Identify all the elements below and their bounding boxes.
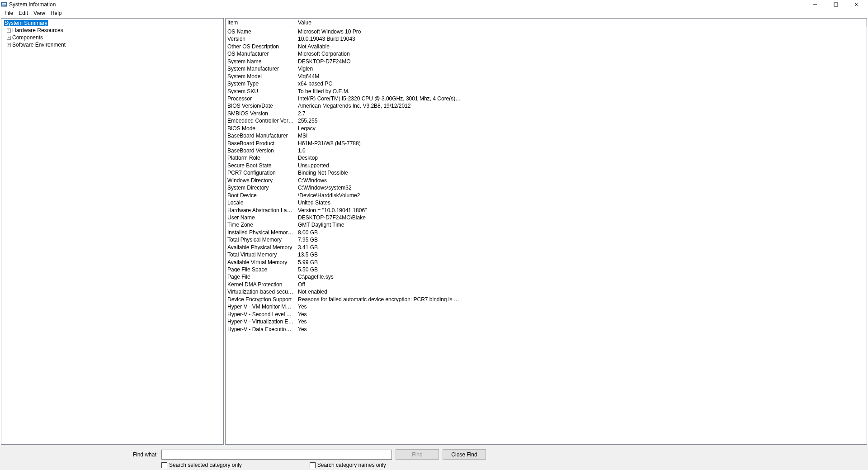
category-tree[interactable]: System Summary +Hardware Resources+Compo… — [1, 19, 223, 49]
tree-item[interactable]: +Components — [1, 34, 223, 41]
tree-root-label: System Summary — [4, 20, 48, 26]
cell-item: System Model — [226, 72, 296, 79]
cell-item: System Type — [226, 79, 296, 86]
cell-value: Unsupported — [296, 161, 463, 168]
cell-value: Binding Not Possible — [296, 168, 463, 176]
cell-item: Boot Device — [226, 191, 296, 198]
table-row[interactable]: Page File Space5.50 GB — [226, 265, 463, 272]
menu-file[interactable]: File — [2, 9, 16, 17]
close-find-button[interactable]: Close Find — [443, 449, 486, 460]
cell-value: Viglen — [296, 64, 463, 71]
table-row[interactable]: BIOS ModeLegacy — [226, 124, 463, 131]
table-row[interactable]: Hyper-V - Virtualization Enable...Yes — [226, 317, 463, 324]
table-row[interactable]: System SKUTo be filled by O.E.M. — [226, 87, 463, 94]
table-row[interactable]: Page FileC:\pagefile.sys — [226, 272, 463, 280]
cell-value: Version = "10.0.19041.1806" — [296, 206, 463, 213]
detail-header: Item Value — [226, 19, 867, 27]
column-header-value[interactable]: Value — [296, 19, 867, 27]
cell-item: PCR7 Configuration — [226, 168, 296, 176]
svg-rect-5 — [834, 3, 838, 6]
svg-rect-2 — [2, 4, 6, 5]
cell-item: Available Virtual Memory — [226, 258, 296, 265]
cell-value: American Megatrends Inc. V3.2B8, 19/12/2… — [296, 101, 463, 109]
cell-item: System Manufacturer — [226, 64, 296, 71]
find-label: Find what: — [5, 451, 161, 458]
table-row[interactable]: ProcessorIntel(R) Core(TM) i5-2320 CPU @… — [226, 94, 463, 101]
cell-value: C:\pagefile.sys — [296, 272, 463, 280]
tree-pane: System Summary +Hardware Resources+Compo… — [1, 18, 224, 445]
svg-rect-1 — [2, 3, 6, 4]
table-row[interactable]: Version10.0.19043 Build 19043 — [226, 34, 463, 42]
cell-item: BaseBoard Manufacturer — [226, 131, 296, 138]
table-row[interactable]: Hardware Abstraction LayerVersion = "10.… — [226, 206, 463, 213]
table-row[interactable]: OS NameMicrosoft Windows 10 Pro — [226, 27, 463, 34]
table-row[interactable]: User NameDESKTOP-D7F24MO\Blake — [226, 213, 463, 220]
tree-root-system-summary[interactable]: System Summary — [1, 19, 223, 27]
table-row[interactable]: Hyper-V - Data Execution Prote...Yes — [226, 325, 463, 332]
table-row[interactable]: BIOS Version/DateAmerican Megatrends Inc… — [226, 101, 463, 109]
table-row[interactable]: Boot Device\Device\HarddiskVolume2 — [226, 191, 463, 198]
cell-item: Installed Physical Memory (RAM) — [226, 228, 296, 235]
expander-icon[interactable]: + — [7, 43, 11, 47]
cell-item: Page File — [226, 272, 296, 280]
maximize-button[interactable] — [826, 0, 846, 9]
cell-item: Hyper-V - Data Execution Prote... — [226, 325, 296, 332]
table-row[interactable]: Total Physical Memory7.95 GB — [226, 235, 463, 242]
cell-item: System Directory — [226, 183, 296, 190]
detail-rows: OS NameMicrosoft Windows 10 ProVersion10… — [226, 27, 867, 332]
table-row[interactable]: Total Virtual Memory13.5 GB — [226, 250, 463, 257]
tree-item[interactable]: +Software Environment — [1, 41, 223, 48]
table-row[interactable]: Virtualization-based securityNot enabled — [226, 287, 463, 294]
menu-edit[interactable]: Edit — [16, 9, 31, 17]
minimize-button[interactable] — [805, 0, 826, 9]
table-row[interactable]: Secure Boot StateUnsupported — [226, 161, 463, 168]
table-row[interactable]: Device Encryption SupportReasons for fai… — [226, 295, 463, 302]
table-row[interactable]: System ModelVig644M — [226, 72, 463, 79]
checkbox-search-category-names[interactable]: Search category names only — [310, 462, 386, 468]
checkbox-label: Search category names only — [317, 462, 386, 468]
close-button[interactable] — [846, 0, 867, 9]
table-row[interactable]: Embedded Controller Version255.255 — [226, 116, 463, 123]
find-button[interactable]: Find — [396, 449, 439, 460]
table-row[interactable]: SMBIOS Version2.7 — [226, 109, 463, 116]
table-row[interactable]: Hyper-V - Second Level Addres...Yes — [226, 310, 463, 317]
table-row[interactable]: BaseBoard ManufacturerMSI — [226, 131, 463, 138]
tree-item[interactable]: +Hardware Resources — [1, 27, 223, 34]
cell-value: Microsoft Windows 10 Pro — [296, 27, 463, 34]
table-row[interactable]: BaseBoard ProductH61M-P31/W8 (MS-7788) — [226, 139, 463, 146]
table-row[interactable]: Time ZoneGMT Daylight Time — [226, 220, 463, 228]
table-row[interactable]: Kernel DMA ProtectionOff — [226, 280, 463, 287]
cell-item: Hyper-V - VM Monitor Mode E... — [226, 302, 296, 309]
expander-icon[interactable]: + — [7, 36, 11, 40]
cell-item: Version — [226, 34, 296, 42]
table-row[interactable]: System NameDESKTOP-D7F24MO — [226, 57, 463, 64]
cell-item: Other OS Description — [226, 42, 296, 49]
find-input[interactable] — [161, 450, 392, 460]
table-row[interactable]: BaseBoard Version1.0 — [226, 146, 463, 153]
table-row[interactable]: System Typex64-based PC — [226, 79, 463, 86]
cell-value: 5.50 GB — [296, 265, 463, 272]
cell-item: Hyper-V - Virtualization Enable... — [226, 317, 296, 324]
checkbox-label: Search selected category only — [169, 462, 242, 468]
cell-item: OS Manufacturer — [226, 49, 296, 57]
table-row[interactable]: OS ManufacturerMicrosoft Corporation — [226, 49, 463, 57]
table-row[interactable]: System DirectoryC:\Windows\system32 — [226, 183, 463, 190]
table-row[interactable]: Available Virtual Memory5.99 GB — [226, 258, 463, 265]
table-row[interactable]: Other OS DescriptionNot Available — [226, 42, 463, 49]
menu-view[interactable]: View — [31, 9, 48, 17]
cell-item: Processor — [226, 94, 296, 101]
checkbox-search-selected-category[interactable]: Search selected category only — [161, 462, 242, 468]
table-row[interactable]: Installed Physical Memory (RAM)8.00 GB — [226, 228, 463, 235]
menu-help[interactable]: Help — [48, 9, 65, 17]
column-header-item[interactable]: Item — [226, 19, 296, 27]
table-row[interactable]: Available Physical Memory3.41 GB — [226, 243, 463, 250]
expander-icon[interactable]: + — [7, 28, 11, 33]
table-row[interactable]: LocaleUnited States — [226, 198, 463, 205]
table-row[interactable]: System ManufacturerViglen — [226, 64, 463, 71]
cell-value: 3.41 GB — [296, 243, 463, 250]
table-row[interactable]: Hyper-V - VM Monitor Mode E...Yes — [226, 302, 463, 309]
table-row[interactable]: PCR7 ConfigurationBinding Not Possible — [226, 168, 463, 176]
table-row[interactable]: Windows DirectoryC:\Windows — [226, 176, 463, 183]
table-row[interactable]: Platform RoleDesktop — [226, 153, 463, 161]
cell-value: Reasons for failed automatic device encr… — [296, 295, 463, 302]
